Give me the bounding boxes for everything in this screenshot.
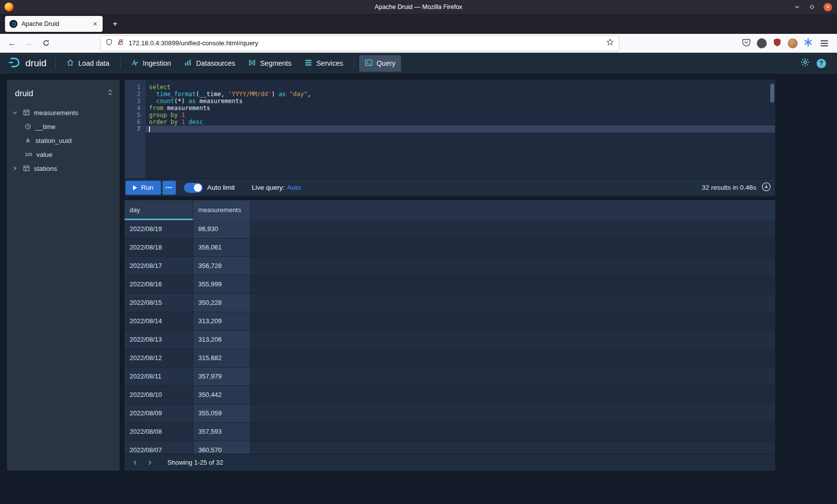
run-label: Run [141, 184, 153, 191]
cell-day[interactable]: 2022/08/12 [125, 349, 193, 368]
new-tab-button[interactable]: + [109, 17, 122, 30]
sql-editor[interactable]: 1 2 3 4 5 6 7 select time_format(__time,… [125, 80, 775, 178]
tree-label: measurements [34, 109, 78, 117]
cell-day[interactable]: 2022/08/19 [125, 220, 193, 239]
tab-close-icon[interactable]: × [92, 20, 98, 28]
pocket-icon[interactable] [742, 38, 751, 49]
run-more-button[interactable]: ••• [162, 181, 176, 195]
column-header-day[interactable]: day [125, 200, 193, 220]
chevron-right-icon[interactable] [11, 165, 19, 171]
nav-label: Segments [260, 59, 291, 67]
bookmark-star-icon[interactable] [606, 38, 614, 48]
column-header-measurements[interactable]: measurements [193, 200, 251, 220]
cell-measurements[interactable]: 86,930 [193, 220, 251, 239]
cell-measurements[interactable]: 313,209 [193, 312, 251, 331]
clock-icon [24, 123, 32, 130]
toggle-knob [194, 184, 202, 192]
cell-day[interactable]: 2022/08/14 [125, 312, 193, 331]
nav-segments[interactable]: Segments [243, 55, 297, 72]
extension-icon-2[interactable] [804, 38, 813, 49]
editor-line-active[interactable] [145, 126, 775, 132]
forward-button: → [22, 36, 36, 50]
editor-line[interactable]: group by 1 [145, 112, 775, 119]
pagination-label: Showing 1-25 of 32 [167, 459, 223, 466]
editor-scrollbar[interactable] [770, 84, 774, 103]
editor-line[interactable]: from measurements [145, 105, 775, 112]
window-maximize-icon[interactable] [809, 3, 816, 10]
line-number: 2 [125, 91, 145, 98]
segments-icon [248, 59, 256, 68]
editor-gutter: 1 2 3 4 5 6 7 [125, 80, 145, 178]
window-titlebar: Apache Druid — Mozilla Firefox × [0, 0, 837, 14]
chevron-down-icon[interactable] [11, 110, 19, 116]
sort-double-caret-icon[interactable] [107, 89, 114, 98]
play-icon [133, 185, 137, 190]
cell-day[interactable]: 2022/08/15 [125, 294, 193, 312]
settings-gear-icon[interactable] [801, 58, 810, 69]
cell-measurements[interactable]: 357,979 [193, 368, 251, 386]
back-button[interactable]: ← [5, 36, 19, 50]
pagination-bar: Showing 1-25 of 32 [125, 454, 775, 471]
cell-day[interactable]: 2022/08/18 [125, 239, 193, 257]
cell-measurements[interactable]: 360,570 [193, 441, 251, 454]
auto-limit-toggle[interactable] [184, 183, 203, 193]
cell-measurements[interactable]: 355,059 [193, 404, 251, 423]
druid-favicon [9, 20, 17, 28]
cell-day[interactable]: 2022/08/17 [125, 257, 193, 275]
table-row: 2022/08/1986,930 [125, 220, 775, 239]
cell-day[interactable]: 2022/08/07 [125, 441, 193, 454]
cell-measurements[interactable]: 315,682 [193, 349, 251, 368]
url-bar[interactable]: 172.18.0.4:30899/unified-console.html#qu… [101, 36, 619, 51]
run-button[interactable]: Run [126, 181, 161, 195]
tree-item-time[interactable]: __time [7, 120, 120, 133]
url-text[interactable]: 172.18.0.4:30899/unified-console.html#qu… [129, 39, 602, 47]
editor-code-area[interactable]: select time_format(__time, 'YYYY/MM/dd')… [145, 80, 775, 178]
browser-tab[interactable]: Apache Druid × [5, 16, 103, 32]
cell-measurements[interactable]: 356,728 [193, 257, 251, 275]
nav-query[interactable]: Query [359, 55, 401, 72]
editor-line[interactable]: count(*) as measurements [145, 98, 775, 105]
live-query-value[interactable]: Auto [287, 184, 301, 191]
tree-label: station_uuid [35, 137, 72, 144]
menu-hamburger-icon[interactable] [819, 38, 830, 48]
extension-icon-1[interactable] [757, 38, 767, 48]
editor-line[interactable]: order by 1 desc [145, 119, 775, 126]
window-close-button[interactable]: × [824, 3, 832, 11]
editor-line[interactable]: select [145, 84, 775, 91]
cell-measurements[interactable]: 357,593 [193, 423, 251, 441]
cell-measurements[interactable]: 350,228 [193, 294, 251, 312]
cell-measurements[interactable]: 350,442 [193, 386, 251, 404]
tree-item-stations[interactable]: stations [7, 161, 120, 175]
results-table: day measurements 2022/08/1986,930 2022/0… [125, 200, 775, 454]
nav-services[interactable]: Services [299, 55, 349, 72]
nav-ingestion[interactable]: Ingestion [126, 55, 177, 72]
cell-measurements[interactable]: 313,206 [193, 331, 251, 349]
cell-day[interactable]: 2022/08/16 [125, 275, 193, 294]
tree-item-value[interactable]: 123 value [7, 147, 120, 161]
tree-item-station-uuid[interactable]: A station_uuid [7, 133, 120, 147]
cell-filler [251, 349, 775, 368]
cell-day[interactable]: 2022/08/13 [125, 331, 193, 349]
cell-measurements[interactable]: 356,061 [193, 239, 251, 257]
reload-button[interactable] [39, 36, 53, 50]
shield-icon[interactable] [106, 38, 113, 48]
nav-load-data[interactable]: Load data [61, 55, 115, 72]
ublock-icon[interactable] [773, 38, 782, 49]
druid-brand[interactable]: druid [6, 57, 50, 70]
table-row: 2022/08/13313,206 [125, 331, 775, 349]
cell-measurements[interactable]: 355,999 [193, 275, 251, 294]
prev-page-button[interactable] [129, 456, 142, 470]
download-icon[interactable] [761, 182, 771, 193]
lock-insecure-icon[interactable] [117, 38, 124, 48]
editor-line[interactable]: time_format(__time, 'YYYY/MM/dd') as "da… [145, 91, 775, 98]
profile-avatar-icon[interactable] [788, 38, 798, 48]
cell-day[interactable]: 2022/08/08 [125, 423, 193, 441]
help-icon[interactable]: ? [817, 59, 826, 68]
tree-item-measurements[interactable]: measurements [7, 106, 120, 120]
next-page-button[interactable] [142, 456, 156, 470]
cell-day[interactable]: 2022/08/09 [125, 404, 193, 423]
nav-datasources[interactable]: Datasources [178, 55, 241, 72]
cell-day[interactable]: 2022/08/10 [125, 386, 193, 404]
cell-day[interactable]: 2022/08/11 [125, 368, 193, 386]
window-minimize-icon[interactable] [794, 3, 801, 10]
